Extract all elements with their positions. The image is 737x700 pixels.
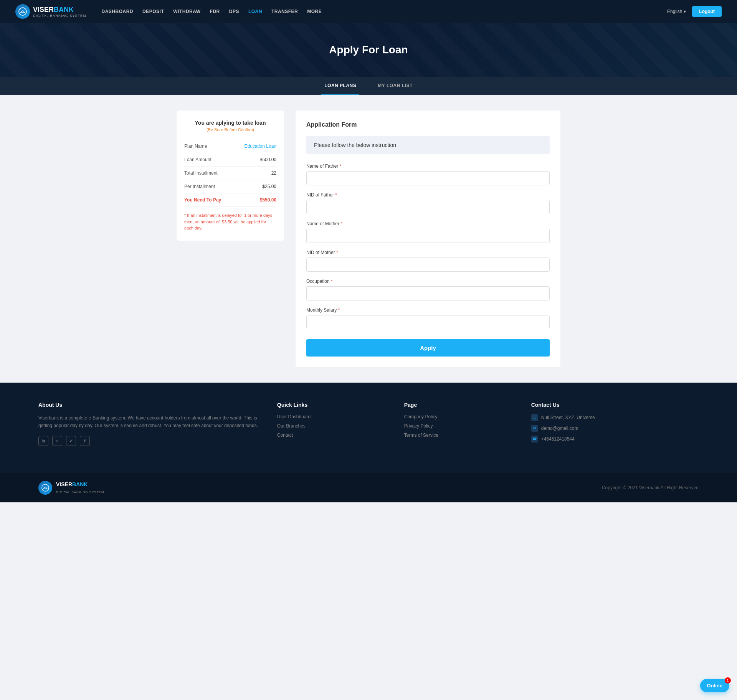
- loan-summary-card: You are aplying to take loan (Be Sure Be…: [177, 111, 284, 241]
- footer-link-our-branches[interactable]: Our Branches: [277, 423, 389, 429]
- loan-summary-heading: You are aplying to take loan: [184, 120, 276, 126]
- footer-grid: About Us Viserbank is a complete e-Banki…: [38, 402, 699, 446]
- form-group-mother-name: Name of Mother *: [306, 221, 550, 243]
- occupation-input[interactable]: [306, 286, 550, 300]
- form-group-monthly-salary: Monthly Salary *: [306, 307, 550, 329]
- form-card-title: Application Form: [306, 121, 550, 128]
- brand-logo-icon: [15, 4, 30, 19]
- total-installment-value: 22: [271, 170, 276, 176]
- twitter-icon[interactable]: ✓: [66, 436, 76, 446]
- hero-section: Apply For Loan: [0, 23, 737, 77]
- loan-detail-plan-name: Plan Name Education Loan: [184, 140, 276, 153]
- footer-brand-viser: VISER: [56, 481, 72, 487]
- mother-name-input[interactable]: [306, 229, 550, 243]
- footer-about-text: Viserbank is a complete e-Banking system…: [38, 414, 262, 430]
- required-marker: *: [335, 250, 338, 255]
- form-group-father-name: Name of Father *: [306, 163, 550, 185]
- form-instruction: Please follow the below instruction: [306, 136, 550, 154]
- loan-detail-per-installment: Per Installment $25.00: [184, 180, 276, 193]
- loan-detail-total-installment: Total Installment 22: [184, 167, 276, 180]
- contact-phone-text: +454512418544: [541, 436, 575, 442]
- loan-amount-value: $500.00: [260, 157, 276, 162]
- loan-warning: * If an installment is delayed for 1 or …: [184, 212, 276, 231]
- mother-nid-label: NID of Mother *: [306, 250, 550, 255]
- linkedin-icon[interactable]: in: [38, 436, 48, 446]
- footer-link-user-dashboard[interactable]: User Dashboard: [277, 414, 389, 419]
- brand-name-bank: BANK: [54, 6, 74, 13]
- loan-detail-amount: Loan Amount $500.00: [184, 153, 276, 167]
- nav-fdr[interactable]: FDR: [210, 9, 220, 14]
- footer-quick-links: Quick Links User Dashboard Our Branches …: [277, 402, 389, 446]
- required-marker: *: [338, 163, 341, 169]
- address-icon: ⌂: [531, 414, 538, 421]
- required-marker: *: [337, 307, 340, 313]
- instagram-icon[interactable]: ○: [52, 436, 62, 446]
- logout-button[interactable]: Logout: [692, 6, 722, 17]
- nav-links: DASHBOARD DEPOSIT WITHDRAW FDR DPS LOAN …: [102, 9, 667, 14]
- contact-address-text: Null Street, XYZ, Universe: [541, 415, 595, 420]
- nav-dps[interactable]: DPS: [229, 9, 239, 14]
- per-installment-label: Per Installment: [184, 184, 215, 189]
- father-nid-input[interactable]: [306, 200, 550, 214]
- footer-link-company-policy[interactable]: Company Policy: [404, 414, 516, 419]
- footer-brand: VISERBANK DIGITAL BANKING SYSTEM: [38, 481, 104, 495]
- loan-summary-subheading: (Be Sure Before Confirm): [184, 127, 276, 132]
- nav-dashboard[interactable]: DASHBOARD: [102, 9, 134, 14]
- footer-link-contact[interactable]: Contact: [277, 433, 389, 438]
- phone-icon: ☎: [531, 436, 538, 442]
- contact-email: ✉ demo@gmail.com: [531, 425, 699, 432]
- form-group-father-nid: NID of Father *: [306, 192, 550, 214]
- sub-nav-loan-plans[interactable]: LOAN PLANS: [321, 77, 359, 95]
- father-name-input[interactable]: [306, 171, 550, 185]
- contact-address: ⌂ Null Street, XYZ, Universe: [531, 414, 699, 421]
- footer-link-terms-of-service[interactable]: Terms of Service: [404, 433, 516, 438]
- father-nid-label: NID of Father *: [306, 192, 550, 198]
- loan-detail-total-pay: You Need To Pay $550.00: [184, 193, 276, 207]
- navbar: VISERBANK DIGITAL BANKING SYSTEM DASHBOA…: [0, 0, 737, 23]
- loan-amount-label: Loan Amount: [184, 157, 212, 162]
- nav-more[interactable]: MORE: [307, 9, 322, 14]
- svg-point-0: [19, 8, 26, 15]
- social-icons: in ○ ✓ f: [38, 436, 262, 446]
- required-marker: *: [339, 221, 342, 226]
- footer-quick-links-title: Quick Links: [277, 402, 389, 408]
- brand-subtitle: DIGITAL BANKING SYSTEM: [33, 14, 86, 18]
- footer-contact-title: Contact Us: [531, 402, 699, 408]
- required-marker: *: [334, 192, 337, 198]
- per-installment-value: $25.00: [262, 184, 276, 189]
- footer-brand-sub: DIGITAL BANKING SYSTEM: [56, 490, 104, 494]
- total-pay-label: You Need To Pay: [184, 197, 221, 203]
- footer-link-privacy-policy[interactable]: Privacy Policy: [404, 423, 516, 429]
- application-form-card: Application Form Please follow the below…: [296, 111, 560, 367]
- monthly-salary-label: Monthly Salary *: [306, 307, 550, 313]
- total-installment-label: Total Installment: [184, 170, 218, 176]
- mother-nid-input[interactable]: [306, 258, 550, 272]
- father-name-label: Name of Father *: [306, 163, 550, 169]
- svg-point-2: [42, 484, 49, 491]
- nav-withdraw[interactable]: WITHDRAW: [173, 9, 200, 14]
- form-group-occupation: Occupation *: [306, 279, 550, 300]
- nav-deposit[interactable]: DEPOSIT: [142, 9, 164, 14]
- contact-email-text: demo@gmail.com: [541, 426, 578, 431]
- brand-logo-area: VISERBANK DIGITAL BANKING SYSTEM: [15, 4, 86, 19]
- content-grid: You are aplying to take loan (Be Sure Be…: [177, 111, 560, 367]
- mother-name-label: Name of Mother *: [306, 221, 550, 226]
- apply-button[interactable]: Apply: [306, 339, 550, 357]
- footer-logo-icon: [38, 481, 52, 495]
- facebook-icon[interactable]: f: [80, 436, 90, 446]
- monthly-salary-input[interactable]: [306, 315, 550, 329]
- form-group-mother-nid: NID of Mother *: [306, 250, 550, 272]
- footer-about-title: About Us: [38, 402, 262, 408]
- sub-nav: LOAN PLANS MY LOAN LIST: [0, 77, 737, 95]
- nav-loan[interactable]: LOAN: [248, 9, 262, 14]
- footer-bottom: VISERBANK DIGITAL BANKING SYSTEM Copyrig…: [0, 473, 737, 502]
- main-content: You are aplying to take loan (Be Sure Be…: [0, 95, 737, 383]
- footer-copyright: Copyright © 2021 Viserbank All Right Res…: [602, 485, 699, 490]
- required-marker: *: [330, 279, 333, 284]
- nav-right: English ▾ Logout: [667, 6, 722, 17]
- plan-name-value: Education Loan: [245, 144, 276, 149]
- nav-transfer[interactable]: TRANSFER: [271, 9, 298, 14]
- footer-brand-bank: BANK: [72, 481, 88, 487]
- sub-nav-my-loan-list[interactable]: MY LOAN LIST: [375, 77, 415, 95]
- language-selector[interactable]: English ▾: [667, 9, 686, 14]
